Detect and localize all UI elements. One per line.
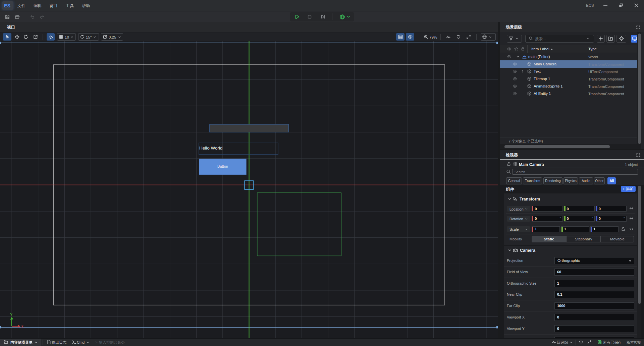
- svg-text:X: X: [21, 324, 24, 328]
- svg-text:Y: Y: [10, 312, 13, 316]
- svg-text:Hello World: Hello World: [199, 146, 223, 151]
- svg-text:Button: Button: [217, 164, 228, 168]
